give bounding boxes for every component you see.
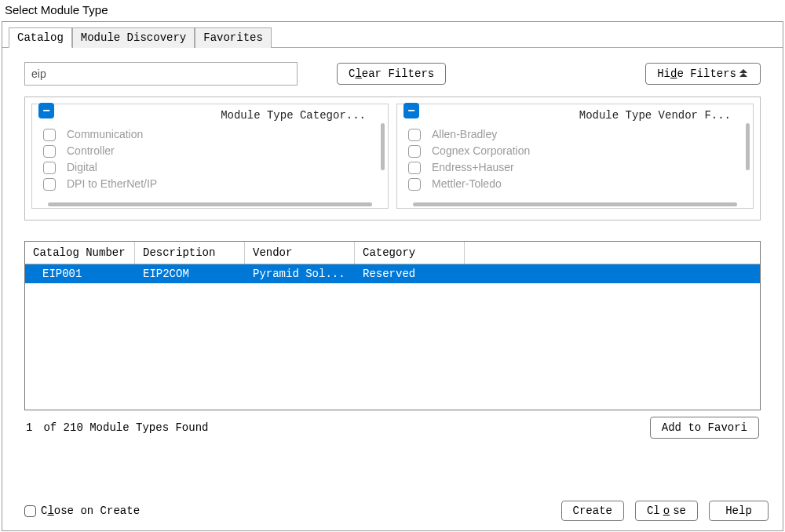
filter-item-dpi[interactable]: DPI to EtherNet/IP bbox=[42, 176, 378, 192]
search-row: Clear Filters Hide Filters bbox=[24, 62, 761, 86]
clear-filters-button[interactable]: Clear Filters bbox=[337, 63, 446, 85]
category-filter-list: Communication Controller Digital DPI to … bbox=[38, 126, 382, 192]
status-count: 1 bbox=[26, 421, 32, 434]
search-input[interactable] bbox=[24, 62, 298, 86]
category-filter-title: Module Type Categor... bbox=[38, 109, 382, 126]
filter-panels: − Module Type Categor... Communication C… bbox=[24, 97, 761, 220]
filter-item-mettler-toledo[interactable]: Mettler-Toledo bbox=[407, 176, 743, 192]
footer-buttons: Create Close Help bbox=[561, 501, 769, 521]
status-row: 1 of 210 Module Types Found Add to Favor… bbox=[24, 410, 761, 443]
filter-item-label: Cognex Corporation bbox=[432, 143, 530, 159]
col-header-description[interactable]: Description bbox=[135, 242, 245, 264]
cell-description: EIP2COM bbox=[135, 264, 245, 283]
clear-filters-label: Clear Filters bbox=[349, 67, 434, 80]
vendor-filter-panel: − Module Type Vendor F... Allen-Bradley … bbox=[396, 104, 754, 209]
scrollbar-horizontal[interactable] bbox=[413, 202, 737, 206]
hide-filters-button[interactable]: Hide Filters bbox=[645, 63, 761, 85]
cell-catalog: EIP001 bbox=[25, 264, 135, 283]
scrollbar-horizontal[interactable] bbox=[48, 202, 372, 206]
cell-vendor: Pyramid Sol... bbox=[245, 264, 355, 283]
filter-item-label: Controller bbox=[67, 143, 115, 159]
checkbox-icon[interactable] bbox=[408, 162, 421, 174]
footer-row: Close on Create Create Close Help bbox=[24, 501, 769, 521]
add-to-favorites-button[interactable]: Add to Favori bbox=[650, 417, 759, 439]
tab-favorites[interactable]: Favorites bbox=[195, 27, 272, 48]
collapse-icon[interactable]: − bbox=[38, 103, 54, 118]
filter-item-allen-bradley[interactable]: Allen-Bradley bbox=[407, 126, 743, 143]
results-table: Catalog Number Description Vendor Catego… bbox=[24, 241, 761, 410]
col-header-vendor[interactable]: Vendor bbox=[245, 242, 355, 264]
hide-filters-label: Hide Filters bbox=[657, 67, 736, 80]
filter-item-label: Endress+Hauser bbox=[432, 159, 514, 176]
chevron-up-icon bbox=[739, 71, 749, 77]
create-button[interactable]: Create bbox=[561, 501, 624, 521]
catalog-panel: Clear Filters Hide Filters − Module Type… bbox=[2, 48, 783, 451]
filter-item-label: DPI to EtherNet/IP bbox=[67, 176, 157, 192]
checkbox-icon[interactable] bbox=[43, 129, 56, 141]
col-header-catalog[interactable]: Catalog Number bbox=[25, 242, 135, 264]
col-header-category[interactable]: Category bbox=[355, 242, 465, 264]
filter-item-communication[interactable]: Communication bbox=[42, 126, 378, 143]
scrollbar-vertical[interactable] bbox=[381, 123, 385, 170]
checkbox-icon[interactable] bbox=[408, 129, 421, 141]
filter-item-label: Digital bbox=[67, 159, 97, 176]
checkbox-icon[interactable] bbox=[43, 145, 56, 158]
filter-item-label: Allen-Bradley bbox=[432, 126, 497, 143]
close-on-create-checkbox[interactable]: Close on Create bbox=[24, 505, 140, 517]
dialog-container: Catalog Module Discovery Favorites Clear… bbox=[2, 21, 783, 531]
status-text: of 210 Module Types Found bbox=[43, 421, 208, 434]
checkbox-icon[interactable] bbox=[24, 505, 36, 517]
filter-item-label: Mettler-Toledo bbox=[432, 176, 502, 192]
tab-catalog[interactable]: Catalog bbox=[9, 27, 72, 48]
category-filter-panel: − Module Type Categor... Communication C… bbox=[31, 104, 389, 209]
collapse-icon[interactable]: − bbox=[403, 103, 419, 118]
filter-item-endress-hauser[interactable]: Endress+Hauser bbox=[407, 159, 743, 176]
filter-item-digital[interactable]: Digital bbox=[42, 159, 378, 176]
checkbox-icon[interactable] bbox=[43, 178, 56, 191]
tab-module-discovery[interactable]: Module Discovery bbox=[72, 27, 195, 48]
close-button[interactable]: Close bbox=[635, 501, 698, 521]
filter-item-label: Communication bbox=[67, 126, 143, 143]
help-button[interactable]: Help bbox=[709, 501, 769, 521]
close-on-create-label: Close on Create bbox=[41, 505, 140, 517]
results-header-row: Catalog Number Description Vendor Catego… bbox=[25, 242, 760, 264]
cell-category: Reserved bbox=[355, 264, 465, 283]
vendor-filter-list: Allen-Bradley Cognex Corporation Endress… bbox=[403, 126, 747, 192]
checkbox-icon[interactable] bbox=[43, 162, 56, 174]
window-title: Select Module Type bbox=[0, 0, 785, 21]
filter-item-cognex[interactable]: Cognex Corporation bbox=[407, 143, 743, 159]
checkbox-icon[interactable] bbox=[408, 145, 421, 158]
vendor-filter-title: Module Type Vendor F... bbox=[403, 109, 747, 126]
scrollbar-vertical[interactable] bbox=[746, 123, 750, 170]
filter-item-controller[interactable]: Controller bbox=[42, 143, 378, 159]
tab-strip: Catalog Module Discovery Favorites bbox=[2, 22, 783, 48]
checkbox-icon[interactable] bbox=[408, 178, 421, 191]
table-row[interactable]: EIP001 EIP2COM Pyramid Sol... Reserved bbox=[25, 264, 760, 283]
